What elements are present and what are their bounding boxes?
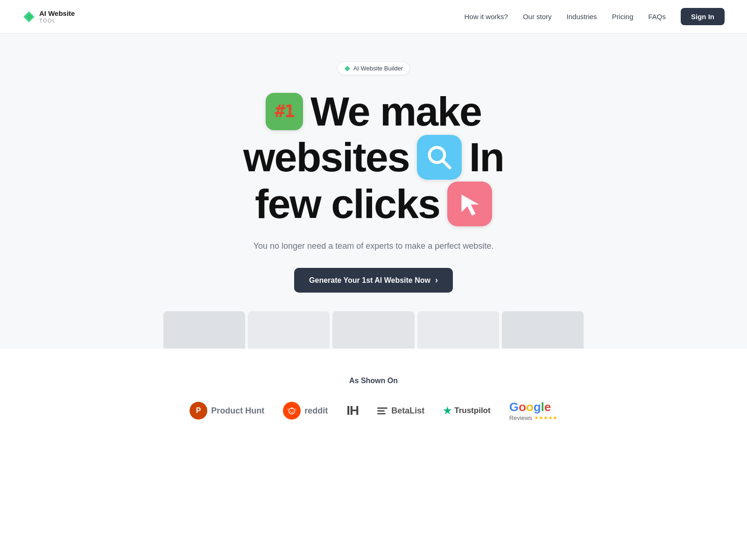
svg-point-12 (288, 408, 290, 411)
product-hunt-label: Product Hunt (211, 406, 264, 416)
product-hunt-logo: P Product Hunt (190, 402, 264, 420)
nav-link-our-story[interactable]: Our story (523, 13, 552, 21)
preview-strip (163, 311, 584, 349)
indie-hackers-logo: IH (346, 403, 359, 418)
logo-tool-text: TOOL (39, 18, 75, 23)
signin-button[interactable]: Sign In (681, 8, 725, 25)
search-icon (417, 135, 462, 180)
nav-link-how-it-works[interactable]: How it works? (465, 13, 508, 21)
hero-badge: AI Website Builder (337, 62, 410, 75)
svg-point-7 (290, 411, 291, 412)
google-stars: ★★★★★ (534, 415, 557, 421)
reddit-logo: reddit (283, 402, 328, 420)
preview-tile-2 (248, 311, 330, 349)
indie-hackers-label: IH (346, 403, 359, 418)
cta-label: Generate Your 1st AI Website Now (309, 276, 430, 285)
reddit-label: reddit (304, 406, 328, 416)
svg-point-8 (293, 411, 294, 412)
svg-marker-5 (461, 195, 479, 216)
betalist-line-3 (377, 413, 386, 414)
badge-icon (344, 65, 351, 72)
betalist-icon (377, 407, 388, 414)
cursor-svg (456, 190, 484, 218)
preview-tile-4 (417, 311, 499, 349)
svg-point-9 (291, 407, 293, 409)
google-logo: Google Reviews ★★★★★ (509, 400, 557, 421)
trustpilot-label: Trustpilot (454, 406, 490, 415)
nav-link-pricing[interactable]: Pricing (612, 13, 634, 21)
headline-text-2: websites (243, 136, 409, 179)
as-shown-title: As Shown On (349, 377, 398, 385)
preview-tile-5 (502, 311, 584, 349)
nav-link-industries[interactable]: Industries (567, 13, 597, 21)
number-one-icon: #1 (266, 93, 303, 130)
trustpilot-star-icon: ★ (443, 405, 451, 416)
betalist-line-2 (377, 410, 385, 412)
reddit-svg (287, 406, 297, 416)
reddit-icon (283, 402, 301, 420)
hero-subtext: You no longer need a team of experts to … (254, 239, 494, 253)
svg-marker-2 (345, 66, 350, 71)
badge-label: AI Website Builder (353, 65, 403, 72)
betalist-line-1 (377, 407, 388, 409)
logos-row: P Product Hunt reddit IH (190, 400, 557, 421)
search-svg (425, 143, 453, 171)
navbar: AI WebsiteTOOL How it works? Our story I… (0, 0, 747, 34)
headline-text-1: We make (310, 90, 481, 133)
svg-point-11 (294, 408, 296, 411)
google-label: Google (509, 400, 551, 414)
hero-headline: #1 We make websites In few clicks (243, 90, 504, 228)
preview-tile-1 (163, 311, 245, 349)
cta-arrow-icon: › (435, 275, 438, 285)
headline-line-3: few clicks (243, 182, 504, 226)
trustpilot-logo: ★ Trustpilot (443, 405, 490, 416)
product-hunt-icon: P (190, 402, 207, 420)
hero-section: AI Website Builder #1 We make websites I… (0, 34, 747, 349)
nav-link-faqs[interactable]: FAQs (648, 13, 666, 21)
preview-tile-3 (332, 311, 414, 349)
headline-line-1: #1 We make (243, 90, 504, 133)
google-reviews-text: Reviews (509, 414, 532, 421)
nav-logo[interactable]: AI WebsiteTOOL (22, 9, 75, 23)
headline-text-2b: In (469, 136, 504, 179)
headline-text-3: few clicks (255, 182, 440, 225)
cursor-icon (447, 182, 492, 226)
betalist-label: BetaList (391, 406, 424, 416)
cta-button[interactable]: Generate Your 1st AI Website Now › (294, 268, 453, 293)
betalist-logo: BetaList (377, 406, 424, 416)
as-shown-section: As Shown On P Product Hunt reddi (0, 349, 747, 445)
logo-brand-name: AI WebsiteTOOL (39, 9, 75, 23)
logo-icon (22, 10, 35, 23)
headline-line-2: websites In (243, 135, 504, 180)
google-reviews-sub: Reviews ★★★★★ (509, 414, 557, 421)
nav-links: How it works? Our story Industries Prici… (465, 8, 725, 25)
svg-line-4 (442, 161, 450, 168)
